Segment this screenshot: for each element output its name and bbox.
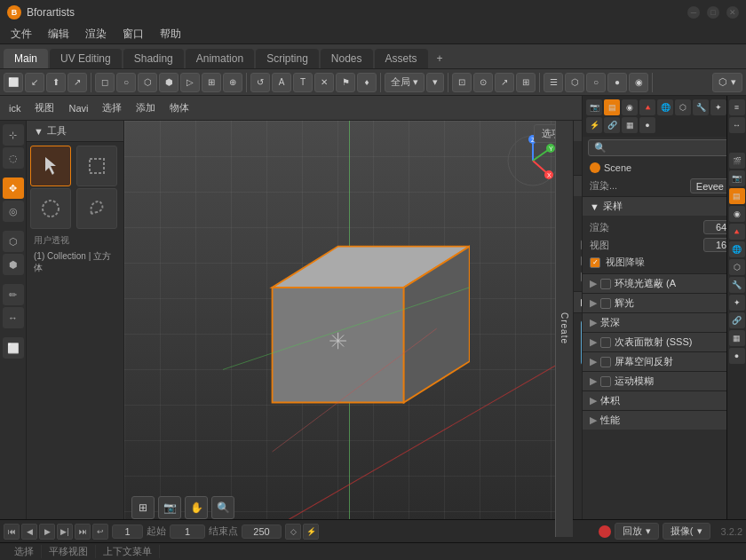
frame-start-value[interactable]: 1 [170,525,205,539]
sampling-header[interactable]: ▼ 采样 [583,197,746,216]
menu-render[interactable]: 渲染 [78,25,114,43]
tb-icon-18[interactable]: ⊡ [452,73,472,92]
tool-cube[interactable]: ⬜ [3,337,24,359]
toolbar2-select[interactable]: 选择 [97,99,127,116]
tool-measure[interactable]: ↔ [3,307,24,328]
fr-icon-9[interactable]: 🔧 [729,277,745,293]
fr-icon-8[interactable]: ⬡ [729,259,745,275]
tb-icon-8[interactable]: ⬢ [159,73,179,92]
tb-icon-23[interactable]: ⬡ [565,73,584,92]
tool-circle-select[interactable] [30,188,71,229]
bloom-header[interactable]: ▶ 辉光 [583,294,746,312]
record-button[interactable] [599,525,611,538]
tool-box-select[interactable] [76,146,117,186]
fr-icon-5[interactable]: ◉ [729,206,745,222]
ao-header[interactable]: ▶ 环境光遮蔽 (A [583,274,746,293]
props-tab-render[interactable]: 📷 [586,99,602,115]
props-tab-scene[interactable]: 🔺 [639,99,655,115]
tb-icon-11[interactable]: ⊕ [223,73,242,92]
play[interactable]: ▶ [39,524,55,540]
volume-header[interactable]: ▶ 体积 [583,391,746,410]
ssr-header[interactable]: ▶ 屏幕空间反射 [583,352,746,371]
tab-uv-editing[interactable]: UV Editing [50,49,122,68]
fr-icon-12[interactable]: ▦ [729,330,745,346]
tool-select[interactable]: ⊹ [3,124,24,146]
props-tab-material[interactable]: ● [639,117,655,133]
tab-shading[interactable]: Shading [123,49,184,68]
frame-end-value[interactable]: 250 [242,525,282,539]
nav-hand[interactable]: ✋ [185,496,208,519]
tb-icon-21[interactable]: ⊞ [516,73,536,92]
fr-icon-4[interactable]: 📷 [729,170,745,186]
tb-icon-16[interactable]: ⚑ [336,73,355,92]
tb-icon-7[interactable]: ⬡ [138,73,157,92]
ao-checkbox[interactable] [600,279,611,289]
minimize-button[interactable]: ─ [687,6,700,19]
props-search-field[interactable]: 🔍 [588,139,741,156]
tool-icon-6[interactable]: ⬢ [3,254,24,275]
fr-icon-13[interactable]: ● [729,348,745,364]
toolbar2-object[interactable]: 物体 [164,99,194,116]
next-frame[interactable]: ▶| [57,524,73,540]
current-frame[interactable]: 1 [112,525,143,539]
mb-checkbox[interactable] [600,376,611,387]
tool-move[interactable]: ✥ [3,177,24,199]
nav-camera[interactable]: 📷 [158,496,181,519]
props-tab-modifier[interactable]: 🔧 [693,99,709,115]
tool-lasso-select[interactable] [76,188,117,229]
tab-main[interactable]: Main [4,49,48,68]
tb-icon-14[interactable]: T [293,73,313,92]
fr-icon-2[interactable]: ↔ [729,117,745,133]
tb-icon-26[interactable]: ◉ [629,73,648,92]
props-tab-output[interactable]: ▤ [604,99,620,115]
camera-dropdown[interactable]: 摄像( ▾ [663,523,710,540]
bloom-checkbox[interactable] [600,298,611,309]
menu-window[interactable]: 窗口 [115,25,151,43]
perf-header[interactable]: ▶ 性能 [583,411,746,430]
props-tab-world[interactable]: 🌐 [657,99,673,115]
tb-icon-9[interactable]: ▷ [180,73,200,92]
props-tab-data[interactable]: ▦ [622,117,638,133]
tb-fullscreen-dropdown[interactable]: 全局 ▾ [385,73,425,92]
tool-annotate[interactable]: ✏ [3,284,24,305]
tab-add-button[interactable]: + [430,49,450,68]
tb-icon-19[interactable]: ⊙ [473,73,493,92]
menu-help[interactable]: 帮助 [153,25,188,43]
ssr-checkbox[interactable] [600,357,611,367]
menu-edit[interactable]: 编辑 [41,25,76,43]
props-tab-physics[interactable]: ⚡ [586,117,602,133]
tb-icon-20[interactable]: ↗ [495,73,514,92]
tab-animation[interactable]: Animation [186,49,254,68]
toolbar2-ick[interactable]: ick [4,101,26,115]
tool-tweak[interactable] [30,146,71,186]
denoise-checkbox[interactable]: ✓ [590,257,600,268]
nav-grid[interactable]: ⊞ [131,496,155,519]
tab-assets[interactable]: Assets [375,49,428,68]
play-reverse[interactable]: ⏮ [4,524,20,540]
fr-icon-1[interactable]: ≡ [729,99,745,115]
tb-icon-10[interactable]: ⊞ [202,73,221,92]
tb-icon-17[interactable]: ♦ [357,73,377,92]
dof-header[interactable]: ▶ 景深 [583,313,746,332]
keyframe-icon-1[interactable]: ◇ [285,524,301,540]
tb-icon-15[interactable]: ✕ [314,73,334,92]
close-button[interactable]: ✕ [726,6,739,19]
toolbar2-view[interactable]: 视图 [29,99,60,116]
tb-icon-3[interactable]: ⬆ [46,73,66,92]
playback-dropdown[interactable]: 回放 ▾ [615,523,659,540]
props-tab-constraints[interactable]: 🔗 [604,117,620,133]
fr-scene-icon[interactable]: 🎬 [729,153,745,169]
tb-viewport-options[interactable]: ⬡ ▾ [712,73,742,92]
menu-file[interactable]: 文件 [4,25,39,43]
nav-zoom[interactable]: 🔍 [211,496,234,519]
fr-icon-11[interactable]: 🔗 [729,312,745,328]
fr-icon-render[interactable]: ▤ [729,188,745,204]
prev-frame[interactable]: ◀ [21,524,37,540]
create-side-panel[interactable]: Create [555,121,573,537]
fr-icon-6[interactable]: 🔺 [729,224,745,240]
tb-icon-25[interactable]: ● [607,73,627,92]
tool-icon-4[interactable]: ◎ [3,201,24,222]
props-tab-object[interactable]: ⬡ [675,99,691,115]
sss-checkbox[interactable] [600,337,611,348]
fr-icon-7[interactable]: 🌐 [729,241,745,257]
